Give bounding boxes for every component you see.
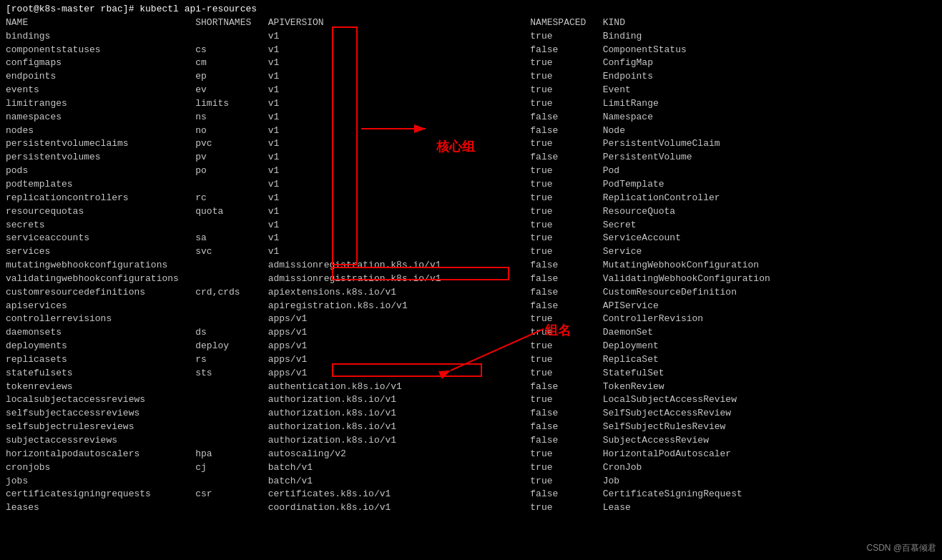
command-line: [root@k8s-master rbac]# kubectl api-reso…	[6, 3, 936, 16]
table-row: subjectaccessreviews authorization.k8s.i…	[6, 434, 936, 448]
table-row: nodes no v1 false Node	[6, 124, 936, 138]
table-row: apiservices apiregistration.k8s.io/v1 fa…	[6, 300, 936, 313]
table-row: daemonsets ds apps/v1 true DaemonSet	[6, 326, 936, 340]
table-row: tokenreviews authentication.k8s.io/v1 fa…	[6, 380, 936, 394]
table-row: localsubjectaccessreviews authorization.…	[6, 393, 936, 407]
table-row: limitranges limits v1 true LimitRange	[6, 97, 936, 111]
table-header: NAME SHORTNAMES APIVERSION NAMESPACED KI…	[6, 16, 936, 30]
table-row: replicationcontrollers rc v1 true Replic…	[6, 192, 936, 205]
table-row: horizontalpodautoscalers hpa autoscaling…	[6, 448, 936, 461]
table-row: pods po v1 true Pod	[6, 164, 936, 178]
table-row: certificatesigningrequests csr certifica…	[6, 488, 936, 501]
watermark: CSDN @百慕倾君	[866, 542, 936, 554]
table-row: statefulsets sts apps/v1 true StatefulSe…	[6, 367, 936, 380]
table-row: podtemplates v1 true PodTemplate	[6, 178, 936, 192]
table-row: persistentvolumes pv v1 false Persistent…	[6, 151, 936, 164]
table-row: services svc v1 true Service	[6, 245, 936, 259]
table-body: bindings v1 true Bindingcomponentstatuse…	[6, 30, 936, 515]
table-row: deployments deploy apps/v1 true Deployme…	[6, 340, 936, 353]
table-row: leases coordination.k8s.io/v1 true Lease	[6, 501, 936, 515]
table-row: validatingwebhookconfigurations admissio…	[6, 272, 936, 286]
table-row: configmaps cm v1 true ConfigMap	[6, 57, 936, 70]
table-row: persistentvolumeclaims pvc v1 true Persi…	[6, 137, 936, 151]
table-row: componentstatuses cs v1 false ComponentS…	[6, 44, 936, 57]
table-row: resourcequotas quota v1 true ResourceQuo…	[6, 205, 936, 219]
table-row: events ev v1 true Event	[6, 84, 936, 97]
table-row: jobs batch/v1 true Job	[6, 475, 936, 488]
table-row: cronjobs cj batch/v1 true CronJob	[6, 461, 936, 475]
table-row: bindings v1 true Binding	[6, 30, 936, 44]
table-row: endpoints ep v1 true Endpoints	[6, 70, 936, 84]
table-row: serviceaccounts sa v1 true ServiceAccoun…	[6, 232, 936, 245]
table-row: namespaces ns v1 false Namespace	[6, 111, 936, 124]
table-row: customresourcedefinitions crd,crds apiex…	[6, 286, 936, 300]
table-row: replicasets rs apps/v1 true ReplicaSet	[6, 353, 936, 367]
table-row: selfsubjectaccessreviews authorization.k…	[6, 407, 936, 421]
table-row: secrets v1 true Secret	[6, 219, 936, 232]
table-row: controllerrevisions apps/v1 true Control…	[6, 313, 936, 326]
table-row: selfsubjectrulesreviews authorization.k8…	[6, 421, 936, 434]
table-row: mutatingwebhookconfigurations admissionr…	[6, 259, 936, 272]
terminal: [root@k8s-master rbac]# kubectl api-reso…	[0, 0, 942, 518]
